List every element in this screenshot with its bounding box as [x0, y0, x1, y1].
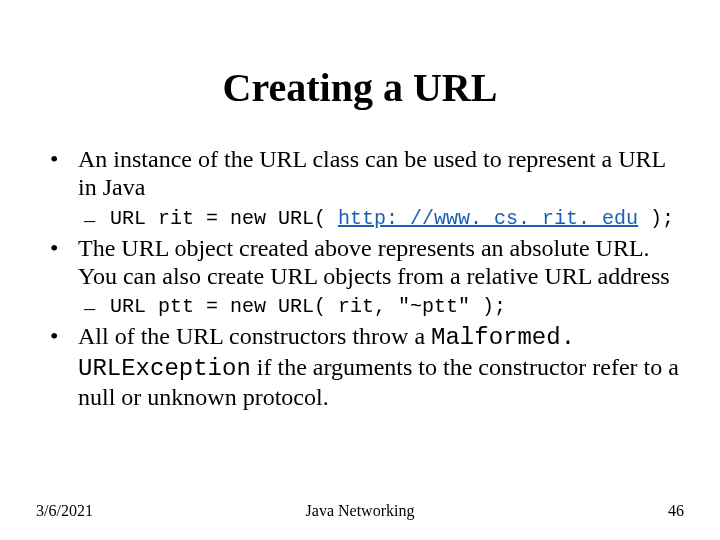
bullet-2: The URL object created above represents …	[36, 234, 684, 321]
slide: Creating a URL An instance of the URL cl…	[0, 0, 720, 540]
bullet-1-text: An instance of the URL class can be used…	[78, 146, 665, 200]
bullet-1-code-pre: URL rit = new URL(	[110, 207, 338, 230]
bullet-3: All of the URL constructors throw a Malf…	[36, 322, 684, 411]
url-link[interactable]: http: //www. cs. rit. edu	[338, 207, 638, 230]
bullet-1-code: URL rit = new URL( http: //www. cs. rit.…	[78, 206, 684, 232]
bullet-1-code-post: );	[638, 207, 674, 230]
bullet-2-sublist: URL ptt = new URL( rit, "~ptt" );	[78, 294, 684, 320]
slide-body: An instance of the URL class can be used…	[36, 145, 684, 411]
bullet-3-pre: All of the URL constructors throw a	[78, 323, 431, 349]
bullet-2-text: The URL object created above represents …	[78, 235, 670, 289]
bullet-2-code: URL ptt = new URL( rit, "~ptt" );	[78, 294, 684, 320]
bullet-1-sublist: URL rit = new URL( http: //www. cs. rit.…	[78, 206, 684, 232]
footer: 3/6/2021 Java Networking 46	[36, 502, 684, 520]
slide-title: Creating a URL	[36, 64, 684, 111]
bullet-1: An instance of the URL class can be used…	[36, 145, 684, 232]
footer-center: Java Networking	[36, 502, 684, 520]
bullet-list: An instance of the URL class can be used…	[36, 145, 684, 411]
